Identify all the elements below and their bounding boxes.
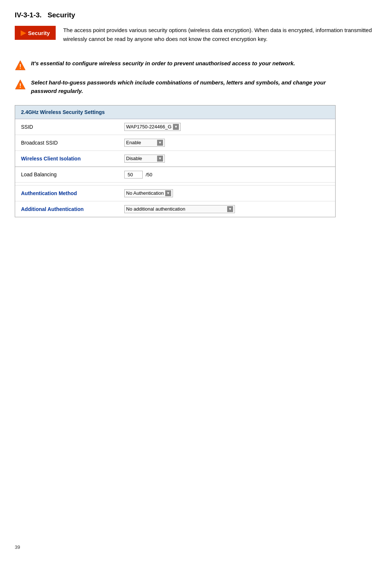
svg-text:!: !	[19, 63, 21, 70]
load-suffix-3: /50	[146, 172, 152, 177]
settings-value-3[interactable]: 50/50	[118, 167, 335, 183]
settings-label-5: Additional Authentication	[15, 201, 118, 217]
intro-text: The access point provides various securi…	[63, 26, 377, 44]
badge-label: Security	[28, 30, 50, 36]
dropdown-2[interactable]: Disable▼	[124, 155, 165, 163]
security-badge: ▶ Security	[15, 26, 56, 40]
settings-value-5[interactable]: No additional authentication▼	[118, 201, 335, 217]
dropdown-0[interactable]: WAP1750-224466_G▼	[124, 123, 181, 131]
section-prefix: IV-3-1-3.	[15, 11, 42, 19]
settings-value-4[interactable]: No Authentication▼	[118, 185, 335, 201]
warning-text-2: Select hard-to-guess passwords which inc…	[31, 78, 347, 96]
badge-arrow: ▶	[21, 29, 26, 37]
section-title: Security	[48, 11, 75, 19]
load-value-3[interactable]: 50	[124, 171, 143, 179]
settings-panel-title: 2.4GHz Wireless Security Settings	[15, 105, 335, 119]
svg-text:!: !	[19, 82, 21, 89]
warning-icon-1: !	[15, 60, 26, 71]
warning-icon-2: !	[15, 79, 26, 90]
settings-label-4: Authentication Method	[15, 185, 118, 201]
settings-label-3: Load Balancing	[15, 167, 118, 183]
warning-text-1: It's essential to configure wireless sec…	[31, 59, 295, 67]
page-number: 39	[15, 544, 20, 550]
settings-label-2: Wireless Client Isolation	[15, 150, 118, 167]
settings-table: SSIDWAP1750-224466_G▼Broadcast SSIDEnabl…	[15, 119, 335, 217]
intro-block: ▶ Security The access point provides var…	[15, 26, 377, 52]
settings-value-0[interactable]: WAP1750-224466_G▼	[118, 119, 335, 135]
settings-label-1: Broadcast SSID	[15, 135, 118, 150]
settings-value-2[interactable]: Disable▼	[118, 150, 335, 167]
wide-dropdown-5[interactable]: No additional authentication▼	[124, 205, 235, 213]
section-heading: IV-3-1-3. Security	[15, 11, 377, 19]
settings-label-0: SSID	[15, 119, 118, 135]
warning-block-2: ! Select hard-to-guess passwords which i…	[15, 78, 347, 96]
settings-value-1[interactable]: Enable▼	[118, 135, 335, 150]
warning-block-1: ! It's essential to configure wireless s…	[15, 59, 347, 71]
dropdown-1[interactable]: Enable▼	[124, 139, 165, 147]
settings-panel: 2.4GHz Wireless Security Settings SSIDWA…	[15, 105, 336, 217]
dropdown-4[interactable]: No Authentication▼	[124, 189, 173, 197]
